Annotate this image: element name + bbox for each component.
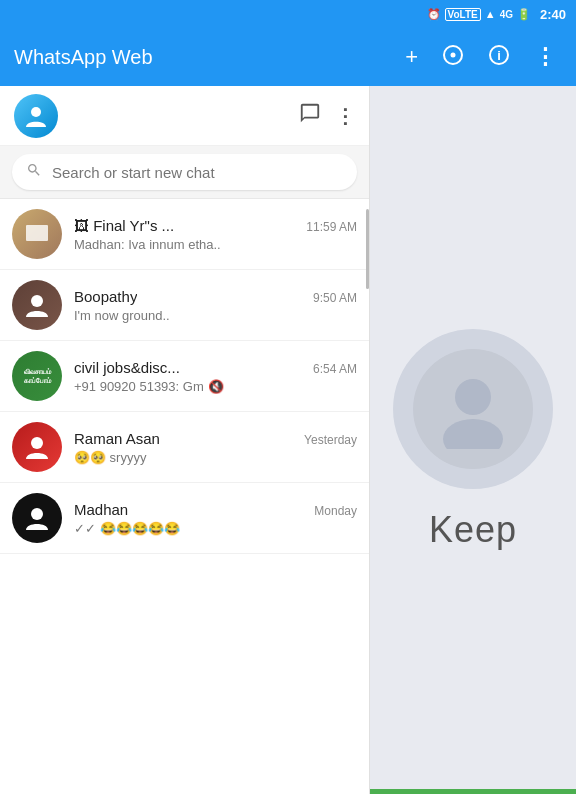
search-bar [0,146,369,199]
messages-icon[interactable] [299,102,321,129]
chat-list: 🖼 Final Yr"s ... 11:59 AM Madhan: Iva in… [0,199,369,794]
info-button[interactable]: i [482,38,516,77]
chat-content: Boopathy 9:50 AM I'm now ground.. [74,288,357,323]
chat-content: Madhan Monday ✓✓ 😂😂😂😂😂 [74,501,357,536]
svg-point-6 [31,295,43,307]
signal-icon: ▲ [485,8,496,20]
chat-header: 🖼 Final Yr"s ... 11:59 AM [74,217,357,234]
profile-more-icon[interactable]: ⋮ [335,104,355,128]
chat-avatar [12,280,62,330]
status-time: 2:40 [540,7,566,22]
svg-point-1 [451,52,456,57]
chat-header: civil jobs&disc... 6:54 AM [74,359,357,376]
svg-rect-5 [26,225,48,241]
chat-content: civil jobs&disc... 6:54 AM +91 90920 513… [74,359,357,394]
status-icons: ⏰ VoLTE ▲ 4G 🔋 [427,8,531,21]
chat-preview: I'm now ground.. [74,308,357,323]
chat-item[interactable]: விவசாயம்காப்போம் civil jobs&disc... 6:54… [0,341,369,412]
search-inner [12,154,357,190]
chat-header: Madhan Monday [74,501,357,518]
bottom-green-bar [370,789,576,794]
svg-point-4 [31,107,41,117]
svg-point-10 [443,419,503,449]
svg-point-7 [31,437,43,449]
chat-name: Raman Asan [74,430,160,447]
more-options-button[interactable]: ⋮ [528,38,562,76]
chat-item[interactable]: Raman Asan Yesterday 🥺🥺 sryyyy [0,412,369,483]
chat-content: 🖼 Final Yr"s ... 11:59 AM Madhan: Iva in… [74,217,357,252]
left-panel: ⋮ [0,86,370,794]
chat-preview: +91 90920 51393: Gm 🔇 [74,379,357,394]
my-avatar[interactable] [14,94,58,138]
new-chat-button[interactable]: + [399,38,424,76]
chat-header: Boopathy 9:50 AM [74,288,357,305]
volte-badge: VoLTE [445,8,481,21]
chat-time: Yesterday [304,433,357,447]
chat-header: Raman Asan Yesterday [74,430,357,447]
svg-point-9 [455,379,491,415]
chat-preview: ✓✓ 😂😂😂😂😂 [74,521,357,536]
app-bar: WhatsApp Web + i ⋮ [0,28,576,86]
right-bg-circle [393,329,553,489]
right-keep-text: Keep [429,509,517,551]
chat-item[interactable]: Madhan Monday ✓✓ 😂😂😂😂😂 [0,483,369,554]
svg-text:i: i [497,48,501,63]
search-input[interactable] [52,164,343,181]
search-icon [26,162,42,182]
chat-item[interactable]: Boopathy 9:50 AM I'm now ground.. [0,270,369,341]
scroll-indicator [366,209,369,289]
chat-avatar [12,209,62,259]
chat-name: Boopathy [74,288,137,305]
status-button[interactable] [436,38,470,77]
chat-name: civil jobs&disc... [74,359,180,376]
chat-avatar: விவசாயம்காப்போம் [12,351,62,401]
profile-row: ⋮ [0,86,369,146]
mute-icon: 🔇 [208,379,224,394]
chat-time: 9:50 AM [313,291,357,305]
chat-preview: 🥺🥺 sryyyy [74,450,357,465]
chat-time: Monday [314,504,357,518]
main-layout: ⋮ [0,86,576,794]
chat-name: Madhan [74,501,128,518]
status-bar: ⏰ VoLTE ▲ 4G 🔋 2:40 [0,0,576,28]
network-badge: 4G [500,9,513,20]
chat-item[interactable]: 🖼 Final Yr"s ... 11:59 AM Madhan: Iva in… [0,199,369,270]
right-panel: Keep [370,86,576,794]
chat-avatar [12,422,62,472]
battery-icon: 🔋 [517,8,531,21]
chat-time: 11:59 AM [306,220,357,234]
chat-content: Raman Asan Yesterday 🥺🥺 sryyyy [74,430,357,465]
alarm-icon: ⏰ [427,8,441,21]
app-title: WhatsApp Web [14,46,387,69]
chat-avatar [12,493,62,543]
chat-preview: Madhan: Iva innum etha.. [74,237,357,252]
chat-name: 🖼 Final Yr"s ... [74,217,174,234]
chat-time: 6:54 AM [313,362,357,376]
svg-point-8 [31,508,43,520]
